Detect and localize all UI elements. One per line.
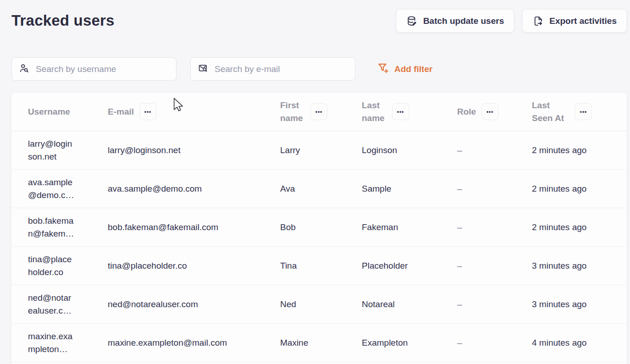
cell-email: bob.fakeman@fakemail.com (96, 221, 269, 234)
ellipsis-icon: ••• (144, 109, 152, 115)
cell-first-name: Bob (269, 221, 350, 234)
cell-username: tina@placeholder.co (28, 253, 75, 279)
role-column-menu-button[interactable]: ••• (481, 103, 498, 120)
cell-last-name: Sample (350, 182, 446, 195)
page-title: Tracked users (11, 9, 115, 29)
mail-search-icon (198, 63, 208, 75)
filter-bar: Add filter (11, 57, 627, 81)
file-export-icon (532, 16, 543, 27)
cell-email: ava.sample@demo.com (96, 182, 269, 195)
batch-update-users-button[interactable]: Batch update users (396, 9, 514, 33)
cell-last-seen: 2 minutes ago (520, 182, 627, 195)
table-row[interactable]: ned@notarealuser.com ned@notarealuser.co… (11, 285, 627, 324)
email-search-box (190, 57, 355, 81)
ellipsis-icon: ••• (486, 109, 494, 115)
cell-role: – (446, 144, 520, 157)
cell-last-name: Fakeman (350, 221, 446, 234)
last-name-column-menu-button[interactable]: ••• (392, 103, 409, 120)
column-header-first-name: First name ••• (269, 99, 350, 125)
cell-first-name: Tina (269, 259, 350, 272)
users-table-card: Username E-mail ••• First name ••• Last … (11, 93, 627, 364)
page-header: Tracked users Batch update users (11, 9, 627, 33)
cell-last-name: Loginson (350, 144, 446, 157)
cell-last-name: Placeholder (350, 259, 446, 272)
cell-last-seen: 3 minutes ago (520, 259, 627, 272)
table-row[interactable]: maxine.exampleton@mail.com maxine.exampl… (11, 324, 627, 362)
table-body: larry@loginson.net larry@loginson.net La… (11, 131, 627, 362)
cell-first-name: Ava (269, 182, 350, 195)
cell-email: ned@notarealuser.com (96, 298, 269, 311)
cell-last-seen: 2 minutes ago (520, 144, 627, 157)
cell-role: – (446, 221, 520, 234)
tracked-users-page: Tracked users Batch update users (0, 0, 630, 364)
cell-email: maxine.exampleton@mail.com (96, 336, 269, 349)
cell-first-name: Ned (269, 298, 350, 311)
cell-username: bob.fakeman@fakemail.com (28, 215, 75, 240)
filter-plus-icon (377, 62, 389, 76)
cell-first-name: Larry (269, 144, 350, 157)
cell-role: – (446, 259, 520, 272)
last-seen-column-menu-button[interactable]: ••• (575, 103, 592, 120)
table-row[interactable]: larry@loginson.net larry@loginson.net La… (11, 131, 627, 170)
username-search-box (11, 57, 177, 81)
add-filter-label: Add filter (394, 64, 432, 74)
table-header-row: Username E-mail ••• First name ••• Last … (11, 93, 627, 131)
column-label-first-name: First name (280, 99, 305, 125)
export-activities-button[interactable]: Export activities (522, 9, 627, 33)
ellipsis-icon: ••• (397, 109, 404, 115)
column-label-role: Role (457, 105, 476, 118)
cell-first-name: Maxine (269, 336, 350, 349)
column-label-last-name: Last name (362, 99, 387, 125)
column-label-email: E-mail (108, 105, 134, 118)
column-label-username: Username (28, 105, 70, 118)
cell-last-seen: 2 minutes ago (520, 221, 627, 234)
cell-email: tina@placeholder.co (96, 259, 269, 272)
cell-email: larry@loginson.net (96, 144, 269, 157)
ellipsis-icon: ••• (580, 109, 587, 115)
column-header-last-name: Last name ••• (350, 99, 446, 125)
column-label-last-seen: Last Seen At (532, 99, 569, 125)
table-row[interactable]: bob.fakeman@fakemail.com bob.fakeman@fak… (11, 208, 627, 247)
email-column-menu-button[interactable]: ••• (139, 103, 156, 120)
ellipsis-icon: ••• (315, 109, 323, 115)
first-name-column-menu-button[interactable]: ••• (310, 103, 327, 120)
user-search-icon (19, 63, 29, 75)
cell-last-seen: 4 minutes ago (520, 336, 627, 349)
email-search-input[interactable] (215, 64, 348, 74)
column-header-role: Role ••• (446, 103, 520, 120)
table-row[interactable]: tina@placeholder.co tina@placeholder.co … (11, 247, 627, 285)
database-edit-icon (406, 16, 417, 27)
export-activities-label: Export activities (549, 16, 617, 26)
cell-role: – (446, 298, 520, 311)
column-header-email: E-mail ••• (96, 103, 269, 120)
add-filter-button[interactable]: Add filter (377, 62, 432, 76)
column-header-username: Username (11, 105, 96, 118)
cell-last-name: Notareal (350, 298, 446, 311)
table-row[interactable]: ava.sample@demo.com ava.sample@demo.com … (11, 170, 627, 208)
cell-username: maxine.exampleton@mail.com (28, 330, 75, 356)
cell-username: ava.sample@demo.com (28, 176, 75, 202)
cell-role: – (446, 182, 520, 195)
cell-username: larry@loginson.net (28, 138, 75, 163)
batch-update-users-label: Batch update users (423, 16, 504, 26)
cell-last-name: Exampleton (350, 336, 446, 349)
cell-username: ned@notarealuser.com (28, 292, 75, 317)
cell-last-seen: 3 minutes ago (520, 298, 627, 311)
username-search-input[interactable] (36, 64, 169, 74)
cell-role: – (446, 336, 520, 349)
header-actions: Batch update users Export activities (396, 9, 627, 33)
column-header-last-seen: Last Seen At ••• (520, 99, 627, 125)
